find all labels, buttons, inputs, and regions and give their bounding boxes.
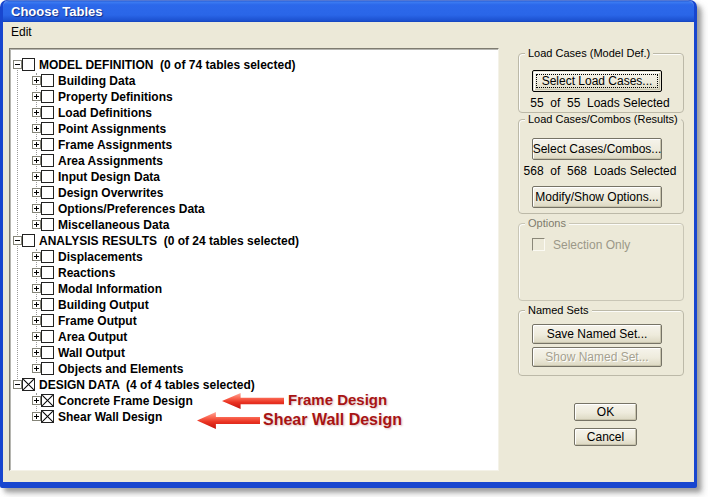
tables-tree-panel[interactable]: MODEL DEFINITION (0 of 74 tables selecte…	[9, 48, 499, 471]
tree-item: Point Assignments	[11, 121, 497, 137]
tree-item: MODEL DEFINITION (0 of 74 tables selecte…	[11, 57, 497, 73]
tree-expand-plus-icon[interactable]	[32, 76, 41, 85]
tree-expand-plus-icon[interactable]	[32, 172, 41, 181]
tree-checkbox[interactable]	[22, 58, 35, 71]
tree-checkbox[interactable]	[41, 330, 54, 343]
tree-item: DESIGN DATA (4 of 4 tables selected)	[11, 377, 497, 393]
tree-expand-plus-icon[interactable]	[32, 364, 41, 373]
tree-checkbox[interactable]	[41, 170, 54, 183]
tree-item: Modal Information	[11, 281, 497, 297]
tree-checkbox[interactable]	[41, 362, 54, 375]
tree-item-label[interactable]: Shear Wall Design	[58, 409, 162, 425]
ok-button[interactable]: OK	[574, 403, 637, 421]
tree-item-label[interactable]: Building Data	[58, 73, 135, 89]
tree-item: Frame Output	[11, 313, 497, 329]
save-named-set-button[interactable]: Save Named Set...	[532, 324, 662, 344]
title-bar: Choose Tables	[3, 0, 694, 22]
tree-item-label[interactable]: Frame Output	[58, 313, 137, 329]
selection-only-checkbox	[532, 238, 545, 251]
tree-collapse-minus-icon[interactable]	[13, 236, 22, 245]
tree-checkbox[interactable]	[41, 250, 54, 263]
tree-checkbox[interactable]	[41, 218, 54, 231]
group-load-cases-model-title: Load Cases (Model Def.)	[525, 47, 653, 59]
tree-item-label[interactable]: Options/Preferences Data	[58, 201, 205, 217]
tree-item-label[interactable]: Frame Assignments	[58, 137, 172, 153]
tree-checkbox[interactable]	[22, 378, 35, 391]
group-options-title: Options	[525, 217, 569, 229]
tree-item-label[interactable]: Design Overwrites	[58, 185, 163, 201]
tree-checkbox[interactable]	[41, 346, 54, 359]
tree-item-label[interactable]: Displacements	[58, 249, 143, 265]
tree-checkbox[interactable]	[41, 202, 54, 215]
select-cases-combos-button[interactable]: Select Cases/Combos...	[532, 138, 662, 160]
show-named-set-button: Show Named Set...	[532, 347, 662, 367]
tree-expand-plus-icon[interactable]	[32, 412, 41, 421]
tree-item-label[interactable]: Building Output	[58, 297, 149, 313]
tree-expand-plus-icon[interactable]	[32, 252, 41, 261]
tree-expand-plus-icon[interactable]	[32, 316, 41, 325]
group-named-sets-title: Named Sets	[525, 304, 592, 316]
tree-item-label[interactable]: Reactions	[58, 265, 115, 281]
tree-checkbox[interactable]	[22, 234, 35, 247]
tree-item-label[interactable]: Wall Output	[58, 345, 125, 361]
tree-expand-plus-icon[interactable]	[32, 284, 41, 293]
tree-checkbox[interactable]	[41, 138, 54, 151]
tree-item-label[interactable]: ANALYSIS RESULTS (0 of 24 tables selecte…	[39, 233, 299, 249]
tree-item-label[interactable]: Point Assignments	[58, 121, 166, 137]
tree-checkbox[interactable]	[41, 314, 54, 327]
tree-expand-plus-icon[interactable]	[32, 204, 41, 213]
tree-checkbox[interactable]	[41, 74, 54, 87]
tree-item: Frame Assignments	[11, 137, 497, 153]
tree-item-label[interactable]: MODEL DEFINITION (0 of 74 tables selecte…	[39, 57, 296, 73]
tree-item-label[interactable]: Modal Information	[58, 281, 162, 297]
tree-checkbox[interactable]	[41, 154, 54, 167]
tree-expand-plus-icon[interactable]	[32, 156, 41, 165]
tree-item: Miscellaneous Data	[11, 217, 497, 233]
window-title: Choose Tables	[11, 4, 103, 19]
tree-expand-plus-icon[interactable]	[32, 188, 41, 197]
dialog-client-area: Edit MODEL DEFINITION (0 of 74 tables se…	[3, 22, 694, 482]
load-cases-results-status: 568 of 568 Loads Selected	[518, 164, 682, 178]
tree-expand-plus-icon[interactable]	[32, 348, 41, 357]
modify-show-options-button[interactable]: Modify/Show Options...	[532, 186, 662, 208]
tree-item-label[interactable]: Area Output	[58, 329, 127, 345]
tree-expand-plus-icon[interactable]	[32, 108, 41, 117]
tree-expand-plus-icon[interactable]	[32, 268, 41, 277]
tree-checkbox[interactable]	[41, 90, 54, 103]
tree-item-label[interactable]: Property Definitions	[58, 89, 173, 105]
tree-checkbox[interactable]	[41, 106, 54, 119]
tree-item-label[interactable]: Input Design Data	[58, 169, 160, 185]
tree-item-label[interactable]: Concrete Frame Design	[58, 393, 193, 409]
tree-item: Objects and Elements	[11, 361, 497, 377]
menu-item-edit[interactable]: Edit	[3, 22, 40, 39]
tree-expand-plus-icon[interactable]	[32, 332, 41, 341]
tree-item: Area Assignments	[11, 153, 497, 169]
tree-expand-plus-icon[interactable]	[32, 140, 41, 149]
tree-collapse-minus-icon[interactable]	[13, 380, 22, 389]
tree-item: ANALYSIS RESULTS (0 of 24 tables selecte…	[11, 233, 497, 249]
tree-checkbox[interactable]	[41, 266, 54, 279]
tree-checkbox[interactable]	[41, 410, 54, 423]
tree-expand-plus-icon[interactable]	[32, 220, 41, 229]
group-load-cases-results-title: Load Cases/Combos (Results)	[525, 113, 681, 125]
tree-item-label[interactable]: DESIGN DATA (4 of 4 tables selected)	[39, 377, 255, 393]
tree-expand-plus-icon[interactable]	[32, 300, 41, 309]
tree-expand-plus-icon[interactable]	[32, 396, 41, 405]
tree-item-label[interactable]: Load Definitions	[58, 105, 152, 121]
tree-checkbox[interactable]	[41, 186, 54, 199]
tree-rows: MODEL DEFINITION (0 of 74 tables selecte…	[11, 50, 497, 469]
tree-item-label[interactable]: Area Assignments	[58, 153, 163, 169]
tree-checkbox[interactable]	[41, 298, 54, 311]
tree-collapse-minus-icon[interactable]	[13, 60, 22, 69]
tree-checkbox[interactable]	[41, 394, 54, 407]
tree-expand-plus-icon[interactable]	[32, 92, 41, 101]
tree-item-label[interactable]: Miscellaneous Data	[58, 217, 169, 233]
select-load-cases-button[interactable]: Select Load Cases...	[532, 70, 662, 92]
tree-checkbox[interactable]	[41, 282, 54, 295]
tree-item: Input Design Data	[11, 169, 497, 185]
tree-item-label[interactable]: Objects and Elements	[58, 361, 183, 377]
tree-checkbox[interactable]	[41, 122, 54, 135]
tree-expand-plus-icon[interactable]	[32, 124, 41, 133]
tree-item: Design Overwrites	[11, 185, 497, 201]
cancel-button[interactable]: Cancel	[574, 428, 637, 446]
